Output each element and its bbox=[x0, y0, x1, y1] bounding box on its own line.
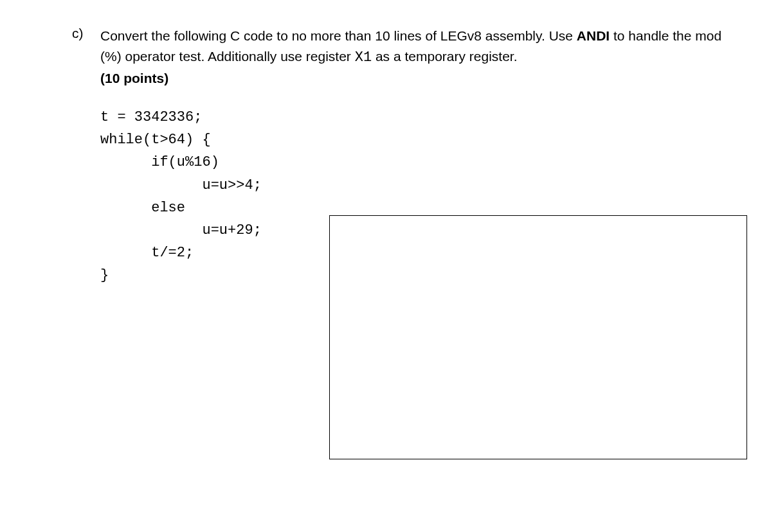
answer-box bbox=[329, 215, 747, 459]
code-line-8: } bbox=[100, 267, 109, 283]
question-label: c) bbox=[72, 26, 100, 41]
question-text-part3: as a temporary register. bbox=[372, 49, 517, 64]
question-mono-x1: X1 bbox=[355, 49, 372, 66]
code-line-6: u=u+29; bbox=[100, 222, 262, 238]
code-line-1: t = 3342336; bbox=[100, 109, 202, 125]
code-line-5: else bbox=[100, 200, 185, 216]
code-line-7: t/=2; bbox=[100, 245, 194, 261]
code-line-2: while(t>64) { bbox=[100, 132, 211, 148]
question-text-part1: Convert the following C code to no more … bbox=[100, 28, 577, 43]
question-points: (10 points) bbox=[100, 71, 168, 85]
question-bold-andi: ANDI bbox=[577, 28, 610, 43]
code-line-3: if(u%16) bbox=[100, 154, 219, 170]
question-text: Convert the following C code to no more … bbox=[100, 26, 728, 88]
code-line-4: u=u>>4; bbox=[100, 177, 262, 193]
question-row: c) Convert the following C code to no mo… bbox=[72, 26, 728, 88]
